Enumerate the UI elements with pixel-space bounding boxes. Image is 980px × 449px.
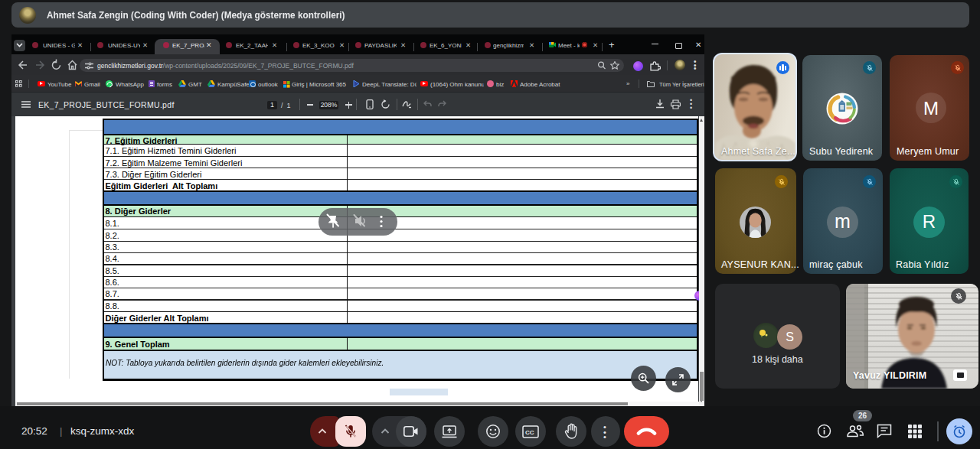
svg-text:CC: CC — [525, 429, 534, 436]
